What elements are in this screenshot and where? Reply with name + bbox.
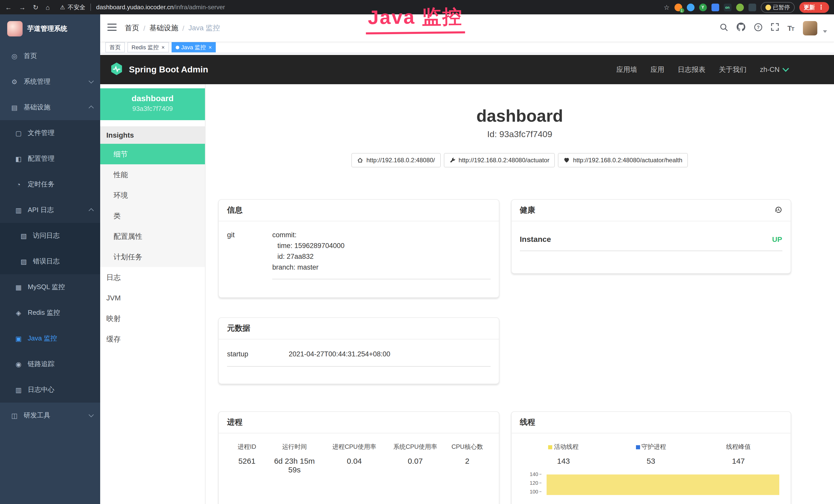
extension-icon-3[interactable]: Y [699,3,707,11]
sba-logo-icon[interactable] [109,61,124,78]
detail-cards: 信息 git commit: time: 1596289704000 id: 2… [218,199,791,504]
health-row-label: Instance [520,235,551,244]
sidebar-item-error-logs[interactable]: ▨ 错误日志 [0,249,100,274]
health-status-badge: UP [772,235,782,243]
health-heart-icon [564,157,570,163]
access-log-icon: ▧ [20,232,28,239]
sba-nav-applications[interactable]: 应用 [650,65,664,74]
bookmark-star-icon[interactable]: ☆ [664,3,670,11]
sba-item-config-props[interactable]: 配置属性 [100,226,205,247]
search-icon[interactable] [720,23,728,33]
extension-icon-2[interactable] [686,3,694,11]
live-threads-swatch-icon [548,445,552,449]
instance-selector[interactable]: dashboard 93a3fc7f7409 [100,88,205,120]
breadcrumb-infrastructure[interactable]: 基础设施 [150,23,178,32]
sidebar-item-log-center[interactable]: ▥ 日志中心 [0,377,100,403]
health-instance-row[interactable]: Instance UP [520,226,782,251]
instance-id: 93a3fc7f7409 [100,105,205,112]
metadata-startup-row: startup 2021-04-27T00:44:31.254+08:00 [227,343,490,367]
info-card-title: 信息 [227,205,242,215]
tags-view: 首页 Redis 监控 × Java 监控 × [100,42,834,53]
chevron-up-icon [89,106,94,111]
sba-item-environment[interactable]: 环境 [100,185,205,205]
extension-icon-1[interactable]: 1 [674,3,682,11]
app-logo-row[interactable]: 芋道管理系统 [0,15,100,43]
navbar-actions: ? TT [720,21,827,35]
active-tab-dot [175,45,179,49]
sidebar-item-infrastructure[interactable]: ▤ 基础设施 [0,94,100,120]
sba-section-insights: Insights [100,126,205,144]
sidebar-item-api-logs[interactable]: ▥ API 日志 [0,197,100,223]
sidebar-item-redis-monitor[interactable]: ◈ Redis 监控 [0,300,100,325]
threads-stats: 活动线程 143 守护进程 53 线程峰值 147 [520,436,782,468]
info-card: 信息 git commit: time: 1596289704000 id: 2… [218,199,499,298]
sidebar-item-trace[interactable]: ◉ 链路追踪 [0,351,100,377]
service-url-link[interactable]: http://192.168.0.2:48080/ [351,153,440,167]
reload-icon[interactable]: ↻ [33,3,39,11]
java-monitor-icon: ▣ [14,335,23,342]
sidebar-item-system-mgmt[interactable]: ⚙ 系统管理 [0,69,100,94]
sba-item-metrics[interactable]: 性能 [100,164,205,185]
extensions-puzzle-icon[interactable] [748,3,756,11]
sba-item-details[interactable]: 细节 [100,144,205,164]
breadcrumb-current: Java 监控 [189,23,220,32]
infrastructure-icon: ▤ [10,104,19,111]
tab-java-monitor[interactable]: Java 监控 × [171,42,216,52]
help-icon[interactable]: ? [754,23,762,33]
actuator-url-link[interactable]: http://192.168.0.2:48080/actuator [444,153,555,167]
url-path: /infra/admin-server [174,4,225,11]
sba-item-mappings[interactable]: 映射 [100,308,205,329]
github-icon[interactable] [737,23,745,33]
threads-chart: 140 120 100 [520,474,782,504]
sidebar-item-java-monitor[interactable]: ▣ Java 监控 [0,325,100,351]
sba-item-classes[interactable]: 类 [100,205,205,226]
extension-icon-5[interactable]: on [724,3,731,11]
hamburger-icon[interactable] [107,23,117,33]
site-security-chip[interactable]: ⚠ 不安全 [60,3,86,11]
extension-icon-6[interactable] [736,3,744,11]
sba-item-caches[interactable]: 缓存 [100,329,205,349]
history-icon[interactable] [774,206,782,215]
sidebar-item-scheduled-tasks[interactable]: ◔ 定时任务 [0,171,100,197]
close-tab-icon[interactable]: × [208,44,212,50]
browser-home-icon[interactable]: ⌂ [46,3,50,11]
tab-home[interactable]: 首页 [105,42,125,52]
sidebar-item-config-mgmt[interactable]: ◧ 配置管理 [0,146,100,171]
sidebar-item-home[interactable]: ◎ 首页 [0,43,100,69]
timer-icon: ◔ [14,181,23,188]
sidebar-item-access-logs[interactable]: ▧ 访问日志 [0,223,100,249]
sidebar-item-mysql-monitor[interactable]: ▦ MySQL 监控 [0,274,100,300]
stat-pid: 进程ID 5261 [227,443,267,474]
breadcrumb-home[interactable]: 首页 [125,23,139,32]
sidebar-item-dev-tools[interactable]: ◫ 研发工具 [0,403,100,428]
sidebar-item-file-mgmt[interactable]: ▢ 文件管理 [0,120,100,146]
sba-nav-about[interactable]: 关于我们 [719,65,746,74]
stat-process-cpu: 进程CPU使用率 0.04 [322,443,386,474]
fullscreen-icon[interactable] [771,23,779,33]
avatar-caret-icon[interactable] [823,30,827,33]
chevron-down-icon [89,412,94,417]
wrench-icon [449,157,455,163]
sba-nav-journal[interactable]: 日志报表 [678,65,705,74]
back-icon[interactable]: ← [5,3,12,11]
health-url-link[interactable]: http://192.168.0.2:48080/actuator/health [558,153,688,167]
close-tab-icon[interactable]: × [161,44,164,50]
user-avatar[interactable] [803,21,817,35]
address-bar[interactable]: dashboard.yudao.iocoder.cn/infra/admin-s… [96,4,225,11]
paused-badge[interactable]: 已暂停 [761,2,794,13]
tab-redis-monitor[interactable]: Redis 监控 × [127,42,169,52]
forward-icon[interactable]: → [19,3,26,11]
sba-nav-wallboard[interactable]: 应用墙 [616,65,637,74]
extension-icon-4[interactable] [711,3,719,11]
divider [90,4,91,11]
sba-item-scheduled-tasks[interactable]: 计划任务 [100,247,205,267]
sba-main: dashboard Id: 93a3fc7f7409 http://192.16… [205,84,834,504]
sba-item-logs[interactable]: 日志 [100,267,205,288]
gear-icon: ⚙ [10,78,19,86]
sba-item-jvm[interactable]: JVM [100,288,205,308]
browser-menu-icon[interactable]: ⋮ [818,4,824,11]
font-size-icon[interactable]: TT [788,23,794,32]
browser-update-button[interactable]: 更新 ⋮ [799,2,829,13]
locale-selector[interactable]: zh-CN [760,66,788,73]
sba-brand[interactable]: Spring Boot Admin [129,65,208,75]
